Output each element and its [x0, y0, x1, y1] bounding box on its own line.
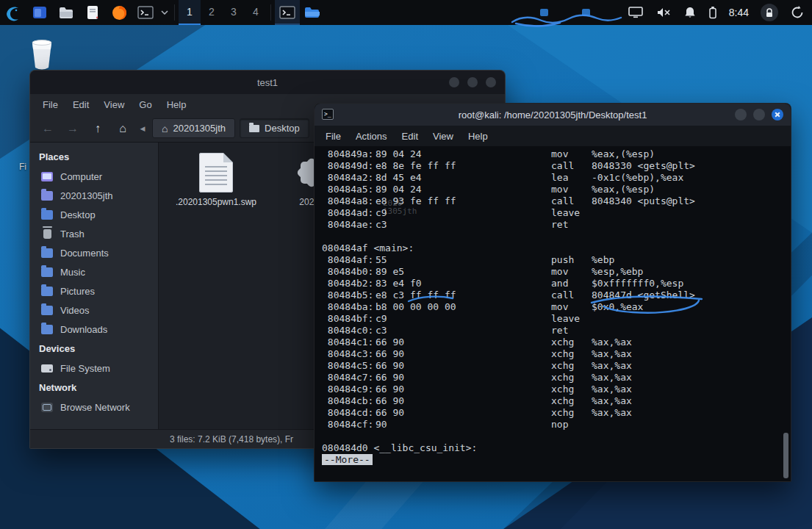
file-item[interactable]: .20201305pwn1.swp	[173, 153, 259, 207]
network-icon	[41, 403, 53, 412]
files-app-icon[interactable]	[26, 0, 53, 25]
disasm-line: 080484d0 <__libc_csu_init>:	[322, 442, 791, 454]
terminal-menu-actions[interactable]: Actions	[349, 129, 394, 144]
sidebar-item-pictures[interactable]: Pictures	[30, 281, 158, 301]
fm-close-button[interactable]	[486, 77, 496, 87]
taskbar-file-manager-button[interactable]	[300, 0, 325, 25]
workspace-button-4[interactable]: 4	[245, 0, 267, 25]
sidebar-item-label: Browse Network	[60, 402, 130, 413]
disasm-mnemonic: leave	[551, 207, 592, 219]
sidebar-item-music[interactable]: Music	[30, 262, 158, 281]
sidebar-section-devices: Devices	[30, 339, 158, 359]
display-icon[interactable]	[628, 6, 644, 19]
sidebar-item-trash[interactable]: Trash	[30, 224, 158, 243]
disasm-bytes: c9	[376, 207, 551, 219]
pager-more-line: --More--	[322, 454, 791, 466]
fm-maximize-button[interactable]	[467, 77, 478, 87]
disasm-mnemonic: nop	[551, 419, 592, 431]
sidebar-item-label: Pictures	[60, 286, 95, 297]
sidebar-item-desktop[interactable]: Desktop	[30, 205, 158, 224]
back-button[interactable]: ←	[37, 119, 58, 138]
workspace-button-1[interactable]: 1	[179, 0, 201, 25]
home-button[interactable]: ⌂	[112, 119, 133, 138]
terminal-icon[interactable]	[132, 0, 159, 25]
disasm-bytes: 90	[376, 419, 551, 431]
sidebar-item-label: File System	[60, 363, 110, 374]
workspace-button-2[interactable]: 2	[201, 0, 223, 25]
disasm-operands: %eax,(%esp)	[592, 148, 791, 160]
terminal-close-button[interactable]	[772, 109, 783, 120]
folder-icon	[41, 267, 53, 277]
notifications-icon[interactable]	[683, 6, 697, 19]
folder-icon	[41, 287, 53, 296]
disasm-operands: %eax,(%esp)	[592, 184, 791, 195]
kali-menu-icon[interactable]	[0, 0, 26, 25]
terminal-maximize-button[interactable]	[753, 109, 765, 120]
disasm-address: 80484b5:	[322, 289, 376, 301]
drive-icon	[41, 364, 53, 373]
forward-button[interactable]: →	[62, 119, 83, 138]
disasm-operands: 8048330 <gets@plt>	[592, 160, 791, 172]
fm-menu-help[interactable]: Help	[160, 97, 193, 112]
screen-lock-icon[interactable]	[761, 4, 778, 21]
battery-icon[interactable]	[708, 6, 717, 19]
sidebar-item-documents[interactable]: Documents	[30, 243, 158, 262]
sidebar-item-label: Trash	[60, 228, 85, 240]
panel-indicator-icon	[540, 9, 548, 16]
audio-muted-icon[interactable]	[655, 6, 672, 19]
disasm-operands: %ax,%ax	[592, 395, 791, 407]
taskbar-terminal-button[interactable]	[275, 0, 300, 25]
pager-more-prompt: --More--	[322, 454, 373, 465]
terminal-scrollbar-thumb[interactable]	[783, 433, 788, 478]
fm-menu-edit[interactable]: Edit	[66, 97, 96, 112]
sidebar-item-label: Desktop	[60, 209, 96, 220]
fm-minimize-button[interactable]	[449, 77, 459, 87]
path-button-20201305jth[interactable]: ⌂20201305jth	[152, 118, 235, 138]
home-icon: ⌂	[162, 123, 168, 134]
terminal-menu-view[interactable]: View	[426, 129, 460, 144]
disasm-operands: $0x0,%eax	[592, 301, 791, 313]
crumb-collapse-button[interactable]: ◀	[137, 120, 148, 137]
disasm-operands: %ax,%ax	[592, 360, 791, 372]
disasm-mnemonic: ret	[551, 325, 592, 337]
workspace-button-3[interactable]: 3	[223, 0, 245, 25]
terminal-dropdown-chevron-icon[interactable]	[159, 0, 170, 25]
terminal-menu-edit[interactable]: Edit	[395, 129, 425, 144]
text-editor-icon[interactable]	[79, 0, 106, 25]
fm-menu-view[interactable]: View	[97, 97, 131, 112]
disasm-mnemonic: xchg	[551, 360, 592, 372]
terminal-menu-file[interactable]: File	[319, 129, 348, 144]
panel-separator	[174, 4, 175, 21]
up-button[interactable]: ↑	[87, 119, 108, 138]
disasm-mnemonic: mov	[551, 301, 592, 313]
disasm-operands: $0xfffffff0,%esp	[592, 278, 791, 289]
fm-menu-file[interactable]: File	[36, 97, 65, 112]
path-button-desktop[interactable]: Desktop	[240, 118, 309, 138]
clock[interactable]: 8:44	[729, 7, 749, 18]
disasm-bytes: 89 e5	[376, 266, 551, 278]
sidebar-item-videos[interactable]: Videos	[30, 301, 158, 320]
disasm-bytes: 66 90	[376, 395, 551, 407]
disasm-mnemonic: mov	[551, 266, 592, 278]
fm-titlebar[interactable]: test1	[30, 71, 505, 94]
disasm-line: 80484a8:e8 93 fe ff ffcall8048340 <puts@…	[322, 195, 791, 207]
file-label: .20201305pwn1.swp	[173, 197, 259, 207]
sidebar-item-20201305jth[interactable]: 20201305jth	[30, 186, 158, 205]
fm-sidebar: PlacesComputer20201305jthDesktopTrashDoc…	[30, 143, 159, 429]
disasm-address: 80484cf:	[322, 419, 376, 431]
file-manager-icon[interactable]	[53, 0, 79, 25]
sidebar-item-computer[interactable]: Computer	[30, 167, 158, 186]
disasm-mnemonic: xchg	[551, 384, 592, 395]
terminal-minimize-button[interactable]	[735, 109, 747, 120]
fm-menu-go[interactable]: Go	[132, 97, 158, 112]
terminal-menu-help[interactable]: Help	[461, 129, 495, 144]
sidebar-item-browse-network[interactable]: Browse Network	[30, 397, 158, 417]
desktop-trash-icon[interactable]	[26, 38, 57, 73]
terminal-titlebar[interactable]: >_ root@kali: /home/20201305jth/Desktop/…	[315, 104, 791, 126]
disasm-line: 80484c1:66 90xchg%ax,%ax	[322, 337, 791, 348]
sidebar-item-file-system[interactable]: File System	[30, 359, 158, 378]
disasm-line: 80484cd:66 90xchg%ax,%ax	[322, 407, 791, 419]
firefox-icon[interactable]	[106, 0, 132, 25]
sidebar-item-downloads[interactable]: Downloads	[30, 320, 158, 339]
session-icon[interactable]	[790, 5, 805, 20]
